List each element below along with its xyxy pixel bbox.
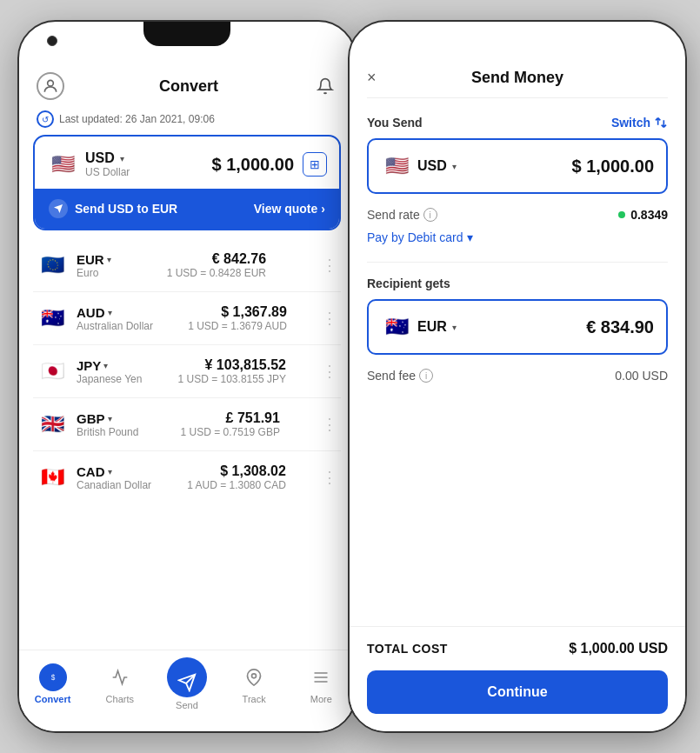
charts-nav-label: Charts <box>106 694 134 704</box>
recipient-amount-value: € 834.90 <box>465 317 654 337</box>
svg-point-0 <box>48 80 54 86</box>
more-options-icon[interactable]: ⋮ <box>322 256 337 275</box>
more-options-icon[interactable]: ⋮ <box>322 362 337 381</box>
nav-convert[interactable]: $ Convert <box>27 663 79 704</box>
list-item[interactable]: 🇪🇺 EUR ▾ Euro € 842.76 1 USD = 0.8428 EU… <box>33 239 341 292</box>
convert-nav-label: Convert <box>35 694 71 704</box>
page-title: Convert <box>159 77 218 96</box>
phone1-notch <box>143 22 230 46</box>
eur-flag: 🇪🇺 <box>37 250 68 281</box>
send-rate-label: Send rate <box>367 208 420 222</box>
last-updated: ↺ Last updated: 26 Jan 2021, 09:06 <box>19 107 355 135</box>
send-fee-value: 0.00 USD <box>615 369 668 383</box>
from-currency-chevron: ▾ <box>452 162 457 171</box>
more-options-icon[interactable]: ⋮ <box>322 415 337 434</box>
to-currency-select[interactable]: 🇦🇺 EUR ▾ <box>381 311 457 343</box>
charts-nav-icon <box>106 663 134 691</box>
nav-send[interactable]: Send <box>161 657 213 710</box>
aud-flag: 🇦🇺 <box>37 303 68 334</box>
more-options-icon[interactable]: ⋮ <box>322 468 337 487</box>
total-cost-label: TOTAL COST <box>367 642 448 656</box>
section-divider <box>367 262 668 263</box>
list-item[interactable]: 🇯🇵 JPY ▾ Japanese Yen ¥ 103,815.52 1 USD… <box>33 345 341 398</box>
list-item[interactable]: 🇨🇦 CAD ▾ Canadian Dollar $ 1,308.02 1 AU… <box>33 451 341 503</box>
gbp-flag: 🇬🇧 <box>37 409 68 440</box>
view-quote-label: View quote <box>254 202 318 216</box>
main-currency-chevron: ▾ <box>120 154 124 163</box>
main-currency-card[interactable]: 🇺🇸 USD ▾ US Dollar $ 1,000.00 ⊞ <box>33 135 341 230</box>
usd-flag: 🇺🇸 <box>47 149 78 180</box>
more-nav-icon <box>307 663 335 691</box>
to-currency-flag: 🇦🇺 <box>381 311 412 343</box>
list-item[interactable]: 🇬🇧 GBP ▾ British Pound £ 751.91 1 USD = … <box>33 398 341 451</box>
pay-chevron-icon: ▾ <box>467 230 473 244</box>
send-quote-btn[interactable]: Send USD to EUR View quote › <box>35 189 339 229</box>
calculator-icon[interactable]: ⊞ <box>303 152 327 177</box>
from-currency-select[interactable]: 🇺🇸 USD ▾ <box>381 150 457 182</box>
svg-point-5 <box>252 674 257 678</box>
rate-info-icon[interactable]: i <box>423 208 437 222</box>
recipient-amount-input[interactable]: 🇦🇺 EUR ▾ € 834.90 <box>367 299 668 355</box>
to-currency-chevron: ▾ <box>452 323 457 332</box>
you-send-label: You Send <box>367 116 423 130</box>
send-plane-icon <box>49 199 68 218</box>
jpy-flag: 🇯🇵 <box>37 356 68 387</box>
send-rate-value: 0.8349 <box>630 208 668 222</box>
cad-flag: 🇨🇦 <box>37 462 68 493</box>
rate-green-dot <box>618 211 625 218</box>
total-cost-value: $ 1,000.00 USD <box>569 641 668 656</box>
bottom-nav: $ Convert Charts <box>19 650 355 731</box>
send-footer: TOTAL COST $ 1,000.00 USD Continue <box>350 626 685 731</box>
svg-text:$: $ <box>50 674 55 682</box>
fee-info-icon[interactable]: i <box>419 369 433 383</box>
phone2-send-money: × Send Money You Send Switch <box>348 20 687 733</box>
main-currency-code: USD <box>85 150 115 166</box>
phone1-camera <box>47 36 57 46</box>
track-nav-icon <box>240 663 268 691</box>
more-options-icon[interactable]: ⋮ <box>322 309 337 328</box>
continue-button[interactable]: Continue <box>367 670 668 714</box>
send-money-title: Send Money <box>471 69 563 87</box>
recipient-gets-label: Recipient gets <box>367 277 668 290</box>
currency-list: 🇪🇺 EUR ▾ Euro € 842.76 1 USD = 0.8428 EU… <box>19 239 355 650</box>
main-currency-amount: $ 1,000.00 <box>211 155 294 175</box>
track-nav-label: Track <box>243 694 266 704</box>
pay-by-label: Pay by Debit card <box>367 230 463 244</box>
from-currency-flag: 🇺🇸 <box>381 150 412 182</box>
convert-nav-icon: $ <box>39 663 67 691</box>
send-nav-icon <box>167 657 207 697</box>
avatar-icon[interactable] <box>37 72 64 100</box>
send-label: Send USD to EUR <box>75 202 177 216</box>
list-item[interactable]: 🇦🇺 AUD ▾ Australian Dollar $ 1,367.89 1 … <box>33 292 341 345</box>
chevron-right-icon: › <box>321 202 325 216</box>
send-amount-value: $ 1,000.00 <box>465 157 654 177</box>
nav-more[interactable]: More <box>295 663 347 704</box>
pay-by-button[interactable]: Pay by Debit card ▾ <box>367 230 668 244</box>
from-currency-code: USD <box>417 158 447 174</box>
send-amount-input[interactable]: 🇺🇸 USD ▾ $ 1,000.00 <box>367 138 668 194</box>
bell-icon[interactable] <box>313 74 337 98</box>
nav-charts[interactable]: Charts <box>94 663 146 704</box>
close-button[interactable]: × <box>367 69 377 87</box>
switch-button[interactable]: Switch <box>611 116 668 130</box>
main-currency-name: US Dollar <box>85 166 130 178</box>
nav-track[interactable]: Track <box>228 663 280 704</box>
phone1-convert: Convert ↺ Last updated: 26 Jan 2021, 09:… <box>17 20 357 733</box>
send-nav-label: Send <box>176 700 198 710</box>
to-currency-code: EUR <box>417 319 447 335</box>
send-fee-label: Send fee <box>367 369 416 383</box>
more-nav-label: More <box>310 694 332 704</box>
